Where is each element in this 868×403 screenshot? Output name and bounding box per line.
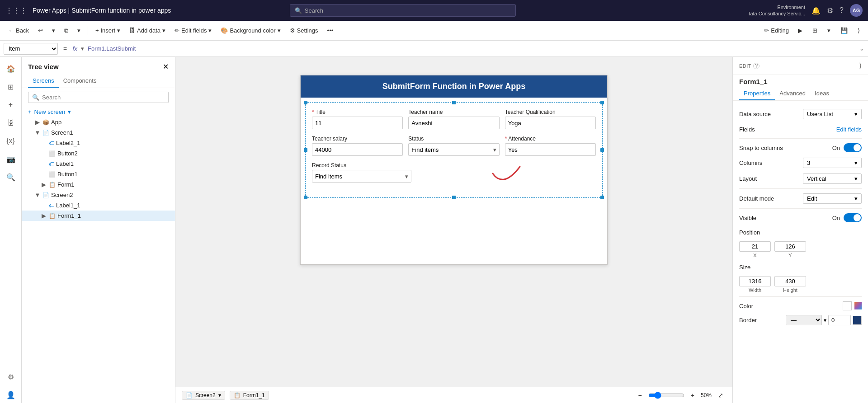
teacher-qual-input[interactable] [505,117,596,129]
tab-screens[interactable]: Screens [28,75,59,88]
add-data-button[interactable]: 🗄 Add data ▾ [126,25,169,36]
resize-bl[interactable] [304,196,307,199]
settings-toolbar-button[interactable]: ⚙ Settings [286,25,322,36]
zoom-slider[interactable] [648,392,684,399]
sidebar-search[interactable]: 🔍 [28,92,169,103]
data-source-dropdown[interactable]: Users List ▾ [803,109,862,119]
undo-dropdown[interactable]: ▾ [48,25,59,36]
tab-ideas[interactable]: Ideas [810,87,834,100]
default-mode-dropdown[interactable]: Edit ▾ [803,193,862,204]
zoom-in-button[interactable]: + [688,391,697,400]
resize-right[interactable] [600,148,604,152]
formula-expand-icon[interactable]: ⌄ [859,45,864,52]
border-width-input[interactable]: 0 [828,315,851,325]
avatar[interactable]: AG [850,4,863,17]
copy-dropdown[interactable]: ▾ [74,25,84,36]
tab-advanced[interactable]: Advanced [775,87,810,100]
settings-icon[interactable]: ⚙ [827,6,833,15]
resize-br[interactable] [600,196,604,199]
home-icon[interactable]: 🏠 [3,61,19,77]
tree-item-form1-1[interactable]: ▶ 📋 Form1_1 ••• [22,211,175,221]
bg-color-button[interactable]: 🎨 Background color ▾ [217,25,284,36]
button2-label: Button2 [57,150,171,157]
teacher-name-input[interactable] [408,117,499,129]
fullscreen-button[interactable]: ⤢ [715,391,726,400]
resize-tl[interactable] [304,101,307,104]
insert-icon[interactable]: + [3,97,19,113]
back-button[interactable]: ← Back [5,25,33,36]
size-h-input[interactable]: 430 [774,276,806,286]
teacher-salary-input[interactable] [312,143,403,156]
visible-toggle[interactable] [844,213,862,222]
tab-components[interactable]: Components [59,75,101,88]
toolbar-icon-btn1[interactable]: ⊞ [809,25,821,36]
expand-right-button[interactable]: ⟩ [854,25,863,36]
border-style-select[interactable]: — [786,315,822,325]
settings-left-icon[interactable]: ⚙ [3,369,19,385]
columns-dropdown[interactable]: 3 ▾ [803,158,862,168]
top-bar: ⋮⋮⋮ Power Apps | SubmitForm function in … [0,0,868,21]
notification-icon[interactable]: 🔔 [811,6,821,15]
tree-item-form1[interactable]: ▶ 📋 Form1 [22,179,175,190]
help-icon[interactable]: ? [840,6,844,14]
tree-item-screen1[interactable]: ▼ 📄 Screen1 [22,127,175,138]
plus-icon: + [95,27,99,34]
pos-x-input[interactable]: 21 [739,241,771,252]
attendance-input[interactable] [505,143,596,156]
tree-item-label2-1[interactable]: 🏷 Label2_1 [22,138,175,148]
app-grid-icon[interactable]: ⋮⋮⋮ [5,6,27,15]
color-swatch[interactable] [843,301,852,310]
border-color-swatch[interactable] [853,316,862,325]
sidebar-search-input[interactable] [42,94,165,101]
undo-button[interactable]: ↩ [34,25,47,36]
search-icon: 🔍 [295,7,302,14]
top-search-box[interactable]: 🔍 Search [290,4,516,17]
size-w-input[interactable]: 1316 [739,276,771,286]
toolbar-icon-btn2[interactable]: ▾ [824,25,834,36]
formula-dropdown[interactable]: ▾ [81,45,84,52]
snap-columns-toggle[interactable] [844,143,862,152]
screen-badge[interactable]: 📄 Screen2 ▾ [182,391,225,400]
default-mode-dropdown-icon: ▾ [854,195,858,202]
resize-top[interactable] [452,101,456,104]
tree-item-app[interactable]: ▶ 📦 App [22,117,175,127]
pos-y-input[interactable]: 126 [774,241,806,252]
data-sources-icon[interactable]: 🗄 [3,115,19,131]
variables-icon[interactable]: {x} [3,133,19,149]
record-status-select[interactable]: Find items ▾ [312,170,411,183]
account-icon[interactable]: 👤 [3,387,19,403]
form-badge[interactable]: 📋 Form1_1 [230,391,269,400]
tree-item-label1-1[interactable]: 🏷 Label1_1 [22,200,175,211]
screens-icon[interactable]: ⊞ [3,79,19,95]
status-select[interactable]: Find items ▾ [408,143,499,156]
tab-properties[interactable]: Properties [739,87,775,100]
color-picker-icon[interactable] [854,302,862,309]
save-button[interactable]: 💾 [837,25,851,36]
insert-button[interactable]: + Insert ▾ [92,25,124,36]
tree-item-label1[interactable]: 🏷 Label1 [22,159,175,169]
edit-info-icon[interactable]: ? [753,63,760,69]
item-selector[interactable]: Item [4,43,58,55]
search-left-icon[interactable]: 🔍 [3,169,19,185]
media-icon[interactable]: 📷 [3,151,19,167]
zoom-out-button[interactable]: − [636,391,645,400]
formula-input[interactable]: Form1.LastSubmit [88,45,856,52]
snap-columns-label: Snap to columns [739,145,783,151]
collapse-right-panel-button[interactable]: ⟩ [859,61,862,70]
resize-bottom[interactable] [452,196,456,199]
more-button[interactable]: ••• [324,25,337,36]
tree-item-screen2[interactable]: ▼ 📄 Screen2 [22,190,175,200]
resize-tr[interactable] [600,101,604,104]
new-screen-button[interactable]: + New screen ▾ [22,107,175,117]
edit-fields-link[interactable]: Edit fields [836,126,862,133]
tree-item-button2[interactable]: ⬜ Button2 [22,148,175,159]
edit-fields-button[interactable]: ✏ Edit fields ▾ [171,25,215,36]
preview-button[interactable]: ▶ [794,25,806,36]
teacher-name-label: Teacher name [408,109,499,115]
resize-left[interactable] [304,148,307,152]
layout-dropdown[interactable]: Vertical ▾ [803,173,862,184]
tree-item-button1[interactable]: ⬜ Button1 [22,169,175,179]
title-input[interactable] [312,117,403,129]
close-sidebar-button[interactable]: ✕ [163,62,169,71]
copy-button[interactable]: ⧉ [61,25,72,36]
